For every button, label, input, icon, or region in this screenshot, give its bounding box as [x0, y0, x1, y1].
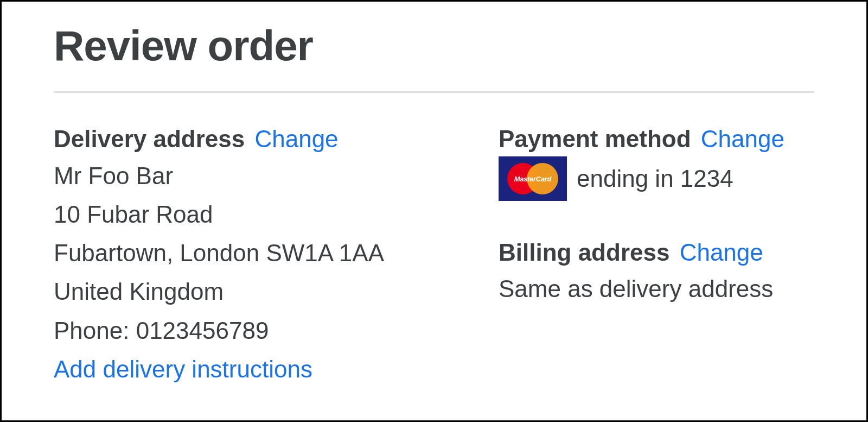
- payment-method-heading: Payment method: [499, 125, 691, 152]
- change-billing-link[interactable]: Change: [680, 239, 763, 266]
- delivery-address-heading: Delivery address: [54, 125, 245, 152]
- page-title: Review order: [54, 21, 814, 71]
- change-payment-link[interactable]: Change: [701, 125, 784, 152]
- delivery-line2: Fubartown, London SW1A 1AA: [54, 234, 466, 272]
- delivery-name: Mr Foo Bar: [54, 156, 466, 195]
- divider: [54, 91, 814, 93]
- delivery-phone: Phone: 0123456789: [54, 311, 466, 350]
- delivery-country: United Kingdom: [54, 272, 466, 311]
- billing-summary: Same as delivery address: [499, 269, 814, 308]
- change-delivery-link[interactable]: Change: [254, 125, 338, 152]
- mastercard-icon: MasterCard: [499, 156, 567, 201]
- billing-address-heading: Billing address: [499, 239, 669, 266]
- delivery-line1: 10 Fubar Road: [54, 195, 466, 234]
- payment-summary: ending in 1234: [577, 159, 733, 198]
- add-delivery-instructions-link[interactable]: Add delivery instructions: [54, 350, 466, 388]
